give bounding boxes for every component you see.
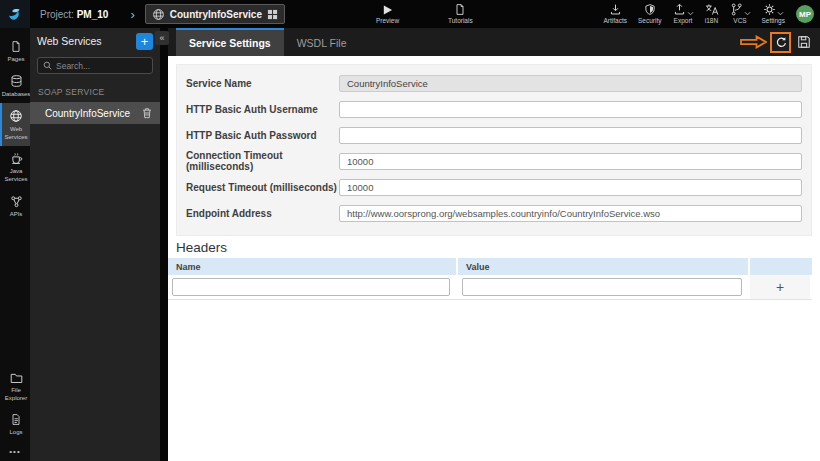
tutorials-label: Tutorials (448, 17, 473, 25)
export-label: Export (674, 17, 693, 25)
search-icon (43, 61, 52, 70)
preview-button[interactable]: Preview (376, 3, 399, 25)
sidebar-item-file-explorer[interactable]: File Explorer (0, 366, 30, 407)
save-button[interactable] (794, 33, 813, 52)
globe-icon (9, 109, 23, 123)
sidebar-item-java-services[interactable]: Java Services (0, 146, 30, 188)
column-header-action (750, 258, 812, 275)
collapse-panel-button[interactable]: « (155, 31, 169, 45)
coffee-icon (10, 152, 23, 165)
chevron-down-icon (744, 11, 751, 16)
web-services-panel: Web Services + SOAP SERVICE CountryInfoS… (30, 28, 160, 461)
field-label-endpoint-address: Endpoint Address (186, 208, 339, 219)
sidebar-item-label: File Explorer (2, 386, 30, 402)
header-value-input[interactable] (462, 278, 742, 296)
field-label-auth-password: HTTP Basic Auth Password (186, 130, 339, 141)
tab-wsdl-file[interactable]: WSDL File (284, 28, 360, 56)
project-label: Project: PM_10 (40, 9, 108, 20)
add-service-button[interactable]: + (136, 33, 153, 50)
connection-timeout-input[interactable] (339, 153, 802, 170)
headers-table-header-row: Name Value (168, 258, 812, 275)
sidebar-item-label: APIs (10, 210, 23, 218)
upload-icon (673, 3, 686, 16)
column-header-value: Value (458, 258, 750, 275)
branch-icon (730, 3, 743, 16)
database-icon (10, 74, 23, 88)
sidebar-item-logs[interactable]: Logs (0, 407, 30, 441)
project-name: PM_10 (77, 9, 109, 20)
field-label-auth-username: HTTP Basic Auth Username (186, 104, 339, 115)
app-logo[interactable] (0, 0, 30, 28)
sidebar-item-label: Web Services (2, 125, 30, 141)
globe-icon (152, 8, 165, 21)
vcs-label: VCS (733, 17, 746, 25)
auth-password-input[interactable] (339, 127, 802, 144)
sidebar-item-label: Pages (7, 55, 24, 63)
top-bar: Project: PM_10 › CountryInfoService Prev… (0, 0, 820, 28)
headers-table-row: + (168, 275, 812, 300)
app-window: Project: PM_10 › CountryInfoService Prev… (0, 0, 820, 461)
field-label-service-name: Service Name (186, 78, 339, 89)
sidebar-item-pages[interactable]: Pages (0, 34, 30, 68)
breadcrumb-chevron-icon: › (130, 8, 134, 21)
panel-title: Web Services (37, 35, 102, 47)
sidebar-item-web-services[interactable]: Web Services (0, 103, 30, 146)
chevron-down-icon (687, 11, 694, 16)
settings-button[interactable]: Settings (762, 3, 786, 25)
service-settings-form: Service Name HTTP Basic Auth Username HT… (176, 64, 812, 236)
headers-section-title: Headers (176, 240, 227, 255)
project-label-prefix: Project: (40, 9, 74, 20)
vcs-button[interactable]: VCS (730, 3, 751, 25)
tab-service-settings[interactable]: Service Settings (176, 28, 284, 56)
service-search-box (37, 57, 153, 74)
grid-icon[interactable] (267, 9, 278, 20)
settings-label: Settings (762, 17, 786, 25)
log-file-icon (10, 413, 22, 426)
left-nav-rail: Pages Databases Web Services Java Servic… (0, 28, 30, 461)
service-item-name: CountryInfoService (45, 108, 130, 119)
auth-username-input[interactable] (339, 101, 802, 118)
service-settings-content: Service Name HTTP Basic Auth Username HT… (168, 56, 820, 461)
folder-icon (10, 372, 23, 384)
service-name-input (339, 75, 802, 92)
artifacts-label: Artifacts (604, 17, 627, 25)
i18n-button[interactable]: i18N (705, 3, 719, 25)
headers-table: Name Value + (168, 258, 812, 300)
translate-icon (705, 3, 719, 16)
trash-icon[interactable] (142, 107, 152, 119)
active-service-pill[interactable]: CountryInfoService (145, 4, 285, 24)
annotation-arrow (740, 35, 767, 49)
export-button[interactable]: Export (673, 3, 694, 25)
security-button[interactable]: Security (638, 3, 661, 25)
soap-service-section-label: SOAP SERVICE (38, 87, 152, 97)
security-label: Security (638, 17, 661, 25)
sidebar-item-label: Databases (2, 90, 31, 98)
endpoint-address-input[interactable] (339, 205, 802, 222)
sidebar-item-label: Java Services (2, 167, 30, 183)
sidebar-item-label: Logs (9, 428, 22, 436)
download-icon (609, 3, 622, 16)
document-icon (454, 3, 466, 16)
add-header-row-button[interactable]: + (776, 280, 784, 294)
wavemaker-logo-icon (6, 5, 24, 23)
more-options-button[interactable]: ••• (0, 441, 30, 458)
search-input[interactable] (56, 61, 147, 71)
sidebar-item-databases[interactable]: Databases (0, 68, 30, 103)
field-label-request-timeout: Request Timeout (milliseconds) (186, 182, 339, 193)
request-timeout-input[interactable] (339, 179, 802, 196)
tutorials-button[interactable]: Tutorials (448, 3, 473, 25)
shield-icon (644, 3, 656, 16)
api-nodes-icon (10, 195, 23, 208)
user-avatar[interactable]: MP (796, 5, 814, 23)
active-service-name: CountryInfoService (170, 9, 262, 20)
artifacts-button[interactable]: Artifacts (604, 3, 627, 25)
sidebar-item-apis[interactable]: APIs (0, 189, 30, 223)
service-list-item[interactable]: CountryInfoService (30, 102, 160, 124)
header-name-input[interactable] (172, 278, 450, 296)
page-icon (10, 40, 22, 53)
gear-icon (763, 3, 776, 16)
reload-service-button[interactable] (770, 32, 791, 53)
panel-divider (160, 28, 168, 461)
editor-tab-bar: Service Settings WSDL File (168, 28, 820, 56)
preview-label: Preview (376, 17, 399, 25)
